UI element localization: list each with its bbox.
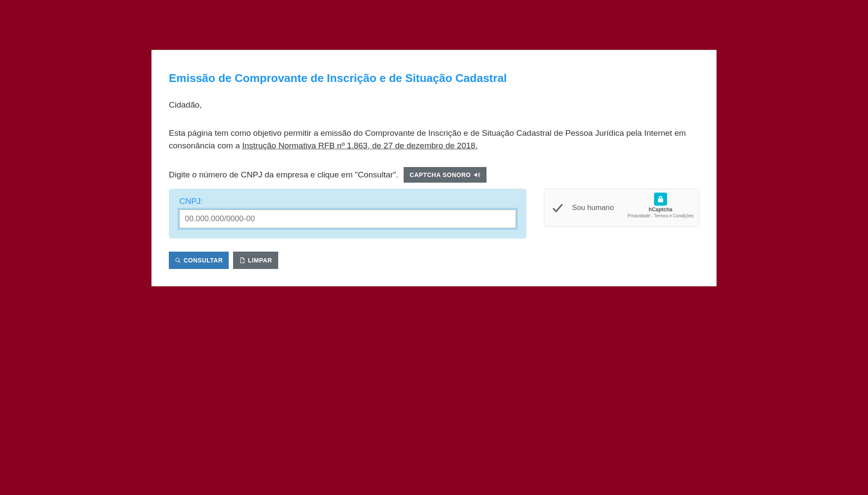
limpar-button[interactable]: LIMPAR	[233, 252, 278, 269]
svg-line-1	[179, 261, 181, 263]
cnpj-input[interactable]	[179, 210, 516, 228]
hcaptcha-text: Sou humano	[572, 203, 614, 212]
normative-instruction-link[interactable]: Instrução Normativa RFB nº 1.863, de 27 …	[242, 141, 477, 150]
cnpj-input-box: CNPJ:	[169, 189, 526, 239]
buttons-row: CONSULTAR LIMPAR	[169, 252, 699, 269]
instruction-row: Digite o número de CNPJ da empresa e cli…	[169, 167, 699, 183]
captcha-sonoro-button[interactable]: CAPTCHA SONORO	[404, 167, 487, 183]
hcaptcha-logo-icon	[654, 193, 667, 206]
audio-icon	[473, 171, 480, 178]
hcaptcha-links: Privacidade - Termos e Condições	[628, 213, 694, 218]
consultar-button[interactable]: CONSULTAR	[169, 252, 229, 269]
hcaptcha-checkmark-icon	[551, 201, 564, 214]
hcaptcha-terms-link[interactable]: Termos e Condições	[654, 213, 694, 218]
greeting-text: Cidadão,	[169, 100, 699, 110]
instruction-text: Digite o número de CNPJ da empresa e cli…	[169, 170, 398, 180]
hcaptcha-branding: hCaptcha Privacidade - Termos e Condiçõe…	[628, 193, 694, 218]
search-icon	[175, 257, 181, 263]
form-row: CNPJ: Sou humano hCaptcha Privacidade - …	[169, 189, 699, 239]
svg-point-0	[176, 258, 179, 262]
description-text: Esta página tem como objetivo permitir a…	[169, 127, 699, 152]
hcaptcha-separator: -	[650, 213, 654, 218]
hcaptcha-widget[interactable]: Sou humano hCaptcha Privacidade - Termos…	[544, 189, 699, 227]
captcha-sonoro-label: CAPTCHA SONORO	[410, 171, 471, 178]
hcaptcha-brand-text: hCaptcha	[649, 207, 673, 213]
page-title: Emissão de Comprovante de Inscrição e de…	[169, 72, 699, 85]
main-panel: Emissão de Comprovante de Inscrição e de…	[151, 50, 717, 286]
hcaptcha-privacy-link[interactable]: Privacidade	[628, 213, 650, 218]
document-icon	[239, 257, 245, 263]
limpar-label: LIMPAR	[248, 257, 272, 264]
consultar-label: CONSULTAR	[184, 257, 223, 264]
cnpj-label: CNPJ:	[179, 197, 516, 206]
